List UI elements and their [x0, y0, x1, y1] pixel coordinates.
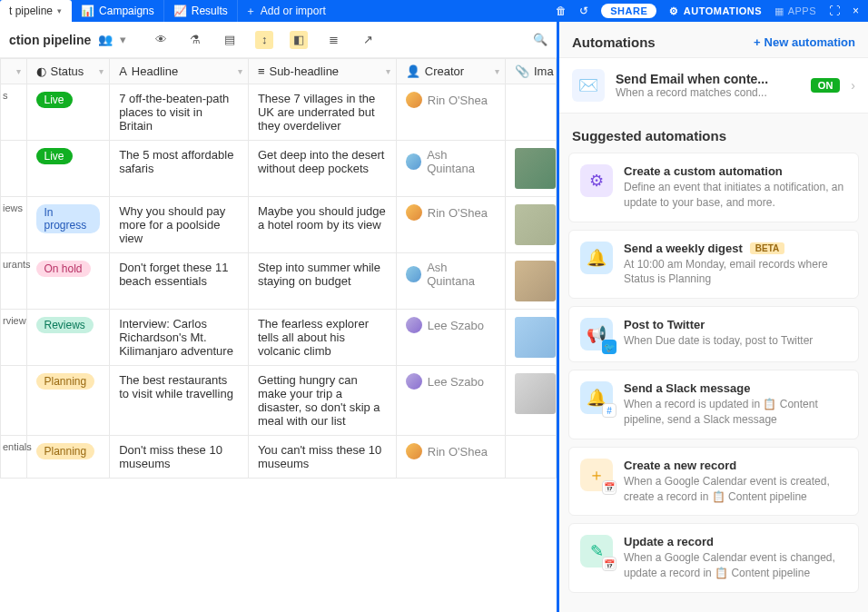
avatar [406, 373, 422, 390]
share-button[interactable]: SHARE [601, 4, 656, 18]
suggestion-card[interactable]: ⚙Create a custom automationDefine an eve… [568, 153, 859, 222]
col-subheadline[interactable]: ≡Sub-headline▾ [248, 59, 396, 84]
close-icon[interactable]: × [853, 5, 859, 17]
cell-subheadline[interactable]: Step into summer while staying on budget [248, 253, 396, 310]
color-icon[interactable]: ◧ [290, 31, 308, 49]
row-partial [1, 366, 27, 436]
cell-creator[interactable]: Rin O'Shea [396, 436, 505, 479]
cell-image[interactable] [505, 366, 556, 436]
expand-icon[interactable]: ⛶ [829, 5, 840, 17]
active-automation-card[interactable]: ✉️ Send Email when conte... When a recor… [559, 57, 868, 114]
cell-creator[interactable]: Ash Quintana [396, 141, 505, 197]
cell-status[interactable]: Planning [26, 436, 110, 479]
cell-image[interactable] [505, 253, 556, 310]
cell-headline[interactable]: Why you should pay more for a poolside v… [110, 197, 249, 253]
cell-subheadline[interactable]: Maybe you should judge a hotel room by i… [248, 197, 396, 253]
cell-subheadline[interactable]: The fearless explorer tells all about hi… [248, 310, 396, 366]
cell-headline[interactable]: Interview: Carlos Richardson's Mt. Kilim… [110, 310, 249, 366]
image-thumbnail [515, 373, 556, 414]
row-partial [1, 141, 27, 197]
col-status-label: Status [51, 64, 84, 78]
col-sub-label: Sub-headline [269, 64, 339, 78]
new-automation-button[interactable]: + New automation [754, 35, 855, 49]
cell-creator[interactable]: Rin O'Shea [396, 84, 505, 141]
collaborator-icon[interactable]: 👥 [98, 33, 113, 46]
cell-subheadline[interactable]: Get deep into the desert without deep po… [248, 141, 396, 197]
suggestion-card[interactable]: ✎📅Update a recordWhen a Google Calendar … [568, 523, 859, 593]
col-headline[interactable]: AHeadline▾ [110, 59, 249, 84]
suggestion-icon: ＋📅 [580, 459, 613, 491]
avatar [406, 317, 422, 333]
cell-creator[interactable]: Lee Szabo [396, 310, 505, 366]
cell-headline[interactable]: 7 off-the-beaten-path places to visit in… [110, 84, 249, 141]
plus-icon: + [754, 35, 761, 49]
cell-creator[interactable]: Rin O'Shea [396, 197, 505, 253]
share-view-icon[interactable]: ↗ [359, 31, 377, 49]
history-icon[interactable]: ↺ [579, 5, 588, 17]
cell-subheadline[interactable]: Getting hungry can make your trip a disa… [248, 366, 396, 436]
cell-status[interactable]: In progress [26, 197, 110, 253]
tab-t-pipeline[interactable]: t pipeline▾ [0, 0, 72, 22]
cell-creator[interactable]: Lee Szabo [396, 366, 505, 436]
table-row[interactable]: rviewReviewsInterview: Carlos Richardson… [1, 310, 557, 366]
hide-fields-icon[interactable]: 👁 [152, 31, 170, 49]
table-row[interactable]: sLive7 off-the-beaten-path places to vis… [1, 84, 557, 141]
cell-status[interactable]: Live [26, 84, 110, 141]
cell-image[interactable] [505, 197, 556, 253]
view-name[interactable]: ction pipeline [9, 33, 91, 47]
cell-status[interactable]: Planning [26, 366, 110, 436]
col-status[interactable]: ◐Status▾ [26, 59, 110, 84]
cell-headline[interactable]: Don't forget these 11 beach essentials [110, 253, 249, 310]
trash-icon[interactable]: 🗑 [556, 5, 567, 17]
suggestion-card[interactable]: 🔔Send a weekly digest BETAAt 10:00 am Mo… [568, 230, 859, 300]
suggestion-card[interactable]: ＋📅Create a new recordWhen a Google Calen… [568, 447, 859, 517]
suggestion-card[interactable]: 🔔#Send a Slack messageWhen a record is u… [568, 370, 859, 439]
creator-name: Ash Quintana [427, 261, 496, 288]
sort-icon[interactable]: ↕ [255, 31, 273, 49]
cell-image[interactable] [505, 141, 556, 197]
group-icon[interactable]: ▤ [221, 31, 239, 49]
table-row[interactable]: PlanningThe best restaurants to visit wh… [1, 366, 557, 436]
add-or-import-button[interactable]: ＋ Add or import [245, 4, 326, 19]
col-creator[interactable]: 👤Creator▾ [396, 59, 505, 84]
cell-image[interactable] [505, 84, 556, 141]
table-row[interactable]: LiveThe 5 most affordable safarisGet dee… [1, 141, 557, 197]
table-row[interactable]: urantsOn holdDon't forget these 11 beach… [1, 253, 557, 310]
chevron-down-icon[interactable]: ▾ [57, 6, 62, 15]
chevron-down-icon[interactable]: ▾ [120, 33, 126, 46]
creator-name: Rin O'Shea [428, 206, 488, 220]
cell-status[interactable]: Live [26, 141, 110, 197]
apps-nav[interactable]: ▦ APPS [774, 5, 816, 17]
cell-creator[interactable]: Ash Quintana [396, 253, 505, 310]
automation-status-toggle[interactable]: ON [811, 78, 841, 93]
cell-image[interactable] [505, 436, 556, 479]
table-row[interactable]: entialsPlanningDon't miss these 10 museu… [1, 436, 557, 479]
status-badge: Reviews [36, 317, 94, 333]
apps-icon: ▦ [774, 5, 784, 17]
suggestion-desc: When a Google Calendar event is changed,… [624, 550, 847, 581]
automations-nav[interactable]: ⚙ AUTOMATIONS [669, 5, 762, 17]
longtext-icon: ≡ [258, 64, 265, 78]
cell-headline[interactable]: The 5 most affordable safaris [110, 141, 249, 197]
tab-results[interactable]: 📈Results [164, 0, 238, 22]
search-icon[interactable]: 🔍 [533, 33, 547, 46]
table-row[interactable]: iewsIn progressWhy you should pay more f… [1, 197, 557, 253]
chevron-right-icon: › [851, 78, 855, 93]
suggestion-card[interactable]: 📢🐦Post to TwitterWhen Due date is today,… [568, 306, 859, 362]
avatar [406, 266, 421, 282]
filter-icon[interactable]: ⚗ [186, 31, 204, 49]
col-image[interactable]: 📎Ima [505, 59, 556, 84]
tab-label: t pipeline [9, 5, 53, 17]
cell-image[interactable] [505, 310, 556, 366]
cell-status[interactable]: Reviews [26, 310, 110, 366]
avatar [406, 443, 422, 459]
tab-campaigns[interactable]: 📊Campaigns [72, 0, 164, 22]
cell-status[interactable]: On hold [26, 253, 110, 310]
cell-subheadline[interactable]: You can't miss these 10 museums [248, 436, 396, 479]
row-height-icon[interactable]: ≣ [324, 31, 342, 49]
col-partial[interactable]: ▾ [1, 59, 27, 84]
cell-headline[interactable]: Don't miss these 10 museums [110, 436, 249, 479]
cell-subheadline[interactable]: These 7 villages in the UK are underrate… [248, 84, 396, 141]
row-partial: entials [1, 436, 27, 479]
cell-headline[interactable]: The best restaurants to visit while trav… [110, 366, 249, 436]
